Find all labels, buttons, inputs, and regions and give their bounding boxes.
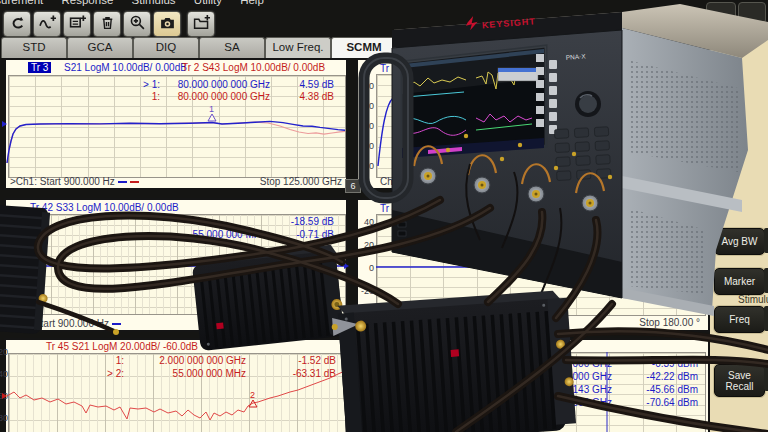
new-channel-icon — [69, 14, 86, 35]
top-right-button[interactable] — [738, 2, 766, 24]
blue-trace-dash — [118, 181, 127, 183]
new-trace-button[interactable] — [33, 11, 61, 37]
trace-title-fragment[interactable]: Tr 4 — [380, 203, 397, 214]
trace-window-6: 1: 30.000 000 000 GHz -0.39 dBm 2: 60.00… — [356, 338, 710, 432]
window-number-badge: 8 — [345, 321, 361, 335]
tab-sa[interactable]: SA — [199, 37, 265, 58]
redo-button[interactable] — [3, 11, 31, 37]
blue-trace-dash — [112, 323, 121, 325]
trace-window-5: Tr 4 dB 40 20 0 -20 -40 Stop 180.00 ° — [356, 198, 710, 332]
y-axis-label: -40 — [358, 308, 374, 318]
y-axis-label: 0 — [358, 263, 374, 273]
tab-scmm[interactable]: SCMM — [331, 37, 397, 58]
redo-icon — [9, 14, 26, 35]
y-axis-label: -10 — [358, 359, 374, 369]
y-axis-label: -80 — [0, 413, 8, 423]
sweep-status: >Ch1: Start 900.000 Hz — [10, 176, 139, 187]
magnifier-icon — [129, 14, 146, 35]
y-axis-label: -30 — [358, 380, 374, 390]
graticule-5 — [376, 214, 706, 316]
softkey-section-measure: Measure — [698, 196, 737, 207]
menu-response[interactable]: Response — [62, 0, 114, 6]
trace-title-tr42[interactable]: Tr 42 S33 LogM 10.00dB/ 0.00dB — [30, 202, 179, 213]
y-axis-label: 40 — [358, 217, 374, 227]
screenshot-button[interactable] — [153, 11, 181, 37]
keysight-logo: KEYSIGHT — [465, 11, 536, 31]
trash-icon — [99, 14, 116, 35]
trace-title-tr3[interactable]: S21 LogM 10.00dB/ 0.00dB — [64, 62, 187, 73]
trace-window-4: Tr 40 20 0 -20 -40 Ch — [356, 58, 710, 190]
y-axis-label: 20 — [358, 101, 374, 111]
y-axis-label: -40 — [358, 161, 374, 171]
sweep-status-stop: Stop 125.000 GHz — [260, 176, 342, 187]
delete-trace-button[interactable] — [93, 11, 121, 37]
marker-readout: 3: 95.000 143 GHz -45.66 dBm — [358, 384, 704, 396]
marker-readout: 1: 30.000 000 000 GHz -0.39 dBm — [358, 358, 704, 370]
y-axis-label: 0 — [358, 121, 374, 131]
y-axis-label: -20 — [358, 286, 374, 296]
window-number-badge: 6 — [345, 179, 361, 193]
menu-measurement[interactable]: Measurement — [0, 0, 43, 6]
softkey-panel: Measure Avg BW Marker Stimulus Freq Save… — [710, 24, 768, 432]
keysight-spark-icon — [465, 16, 478, 31]
avg-bw-button[interactable]: Avg BW — [714, 228, 765, 255]
vna-application-window: Measurement Response Stimulus Utility He… — [0, 0, 768, 432]
y-axis-label: -40 — [0, 369, 8, 379]
marker-readout: 55.000 000 MHz -0.71 dB — [6, 229, 342, 241]
trace-title-tr2[interactable]: Tr 2 S43 LogM 10.00dB/ 0.00dB — [182, 62, 325, 73]
trace-window-3: Tr 45 S21 LogM 20.00dB/ -60.0dB 1: 2.000… — [4, 338, 348, 432]
tab-low-freq[interactable]: Low Freq. — [265, 37, 331, 58]
softkey-sliver[interactable] — [764, 306, 768, 331]
marker-readout: > 2: 55.000 000 MHz -63.31 dB — [6, 368, 342, 380]
trace-title-tr45[interactable]: Tr 45 S21 LogM 20.00dB/ -60.0dB — [46, 341, 198, 352]
sweep-status-stop: Stop 180.00 ° — [639, 317, 700, 328]
recall-file-button[interactable] — [187, 11, 215, 37]
sweep-status-fragment: Ch — [380, 176, 393, 187]
folder-add-icon — [193, 14, 210, 35]
marker-readout: > 4: 119.500 000 000 GHz -70.64 dBm — [358, 397, 704, 409]
camera-icon — [159, 14, 176, 35]
menu-stimulus[interactable]: Stimulus — [132, 0, 176, 6]
freq-button[interactable]: Freq — [714, 306, 765, 333]
zoom-button[interactable] — [123, 11, 151, 37]
marker-readout: 1: 80.000 000 000 GHz 4.38 dB — [6, 91, 342, 103]
marker-button[interactable]: Marker — [714, 268, 765, 295]
new-trace-icon — [39, 14, 56, 35]
y-axis-label: -60 — [0, 391, 8, 401]
y-axis-label: -50 — [358, 401, 374, 411]
trace-window-2: Tr 42 S33 LogM 10.00dB/ 0.00dB -18.59 dB… — [4, 198, 348, 332]
active-trace-chip[interactable]: Tr 3 — [28, 62, 51, 73]
y-axis-label: -20 — [0, 347, 8, 357]
tab-diq[interactable]: DIQ — [133, 37, 199, 58]
softkey-sliver[interactable] — [764, 366, 768, 391]
marker-readout: 2: 60.000 000 000 GHz -42.22 dBm — [358, 371, 704, 383]
marker-readout: -18.59 dB — [6, 216, 342, 228]
svg-text:KEYSIGHT: KEYSIGHT — [482, 16, 537, 30]
menu-utility[interactable]: Utility — [194, 0, 222, 6]
trace-title-fragment[interactable]: Tr — [380, 63, 389, 74]
top-right-button[interactable] — [706, 2, 736, 24]
sweep-status: Ch5: Start 900.000 Hz — [10, 318, 121, 329]
tab-gca[interactable]: GCA — [67, 37, 133, 58]
trace-window-1: Tr 3 S21 LogM 10.00dB/ 0.00dB Tr 2 S43 L… — [4, 58, 348, 190]
marker-readout: 1: 2.000 000 000 GHz -1.52 dB — [6, 355, 342, 367]
menubar: Measurement Response Stimulus Utility He… — [0, 0, 768, 10]
save-recall-button[interactable]: Save Recall — [714, 364, 765, 397]
instrument-bezel — [392, 12, 622, 48]
tab-std[interactable]: STD — [1, 37, 67, 58]
marker-value-fragment: dB — [686, 226, 698, 237]
softkey-sliver[interactable] — [764, 268, 768, 293]
menu-help[interactable]: Help — [240, 0, 264, 6]
graticule-4 — [376, 74, 706, 178]
softkey-section-stimulus: Stimulus — [738, 294, 768, 305]
new-channel-button[interactable] — [63, 11, 91, 37]
y-axis-label: 40 — [358, 81, 374, 91]
y-axis-label: -20 — [358, 141, 374, 151]
y-axis-label: -70 — [358, 422, 374, 432]
sweep-status-stop: Stop 125.000 GHz — [260, 318, 342, 329]
softkey-sliver[interactable] — [764, 228, 768, 253]
y-axis-label: 20 — [358, 240, 374, 250]
red-trace-dash — [130, 181, 139, 183]
marker-readout: > 1: 80.000 000 000 GHz 4.59 dB — [6, 79, 342, 91]
